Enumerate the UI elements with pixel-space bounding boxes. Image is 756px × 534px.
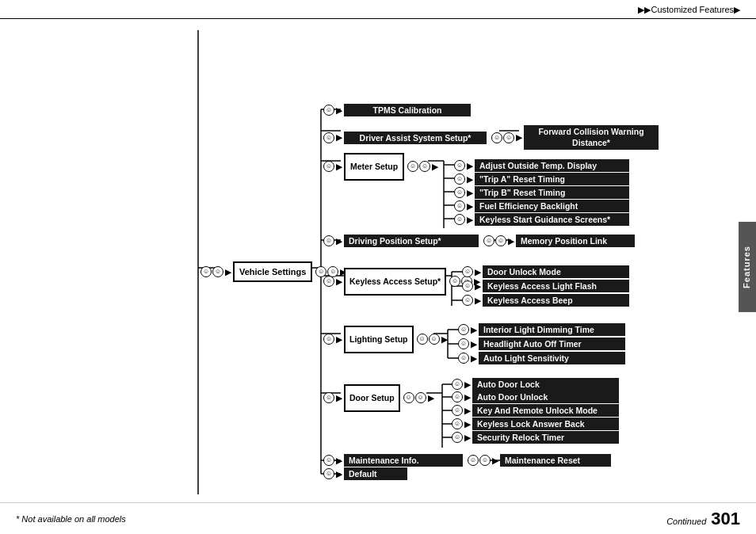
- footer-continued: Continued: [666, 517, 706, 526]
- arrow-icon: ▶: [464, 433, 471, 442]
- features-tab: Features: [739, 222, 756, 312]
- smiley-icon: ☺: [483, 235, 494, 246]
- door-unlock-mode-box: Door Unlock Mode: [483, 265, 629, 278]
- meter-setup-row: ☺ ▶ Meter Setup ☺ ☺ ▶: [323, 153, 438, 181]
- arrow-icon: ▶: [336, 162, 342, 171]
- smiley-icon: ☺: [452, 432, 463, 443]
- arrow-icon: ▶: [492, 456, 498, 465]
- arrow-icon: ▶: [467, 162, 473, 170]
- diagram-area: ☺ ☺ ▶ Vehicle Settings ☺ ☺ ▶ ☺ ▶ TPMS Ca…: [0, 22, 739, 502]
- lighting-child-2: ☺ ▶ Headlight Auto Off Timer: [458, 338, 625, 350]
- arrow-icon: ▶: [516, 133, 522, 142]
- keyless-child-1: ☺ ▶ Door Unlock Mode: [462, 265, 629, 278]
- meter-child-1: ☺ ▶ Adjust Outside Temp. Display: [454, 159, 629, 172]
- header-title: Customized Features: [651, 5, 734, 14]
- smiley-icon: ☺: [323, 468, 334, 479]
- smiley-icon: ☺: [323, 334, 334, 345]
- footer-note: * Not available on all models: [16, 514, 126, 524]
- auto-door-lock-box: Auto Door Lock: [472, 378, 619, 391]
- smiley-icon: ☺: [468, 455, 479, 466]
- door-child-4: ☺ ▶ Keyless Lock Answer Back: [452, 418, 619, 430]
- driving-position-row: ☺ ▶ Driving Position Setup* ☺ ☺ ▶ Memory…: [323, 235, 635, 247]
- lighting-setup-row: ☺ ▶ Lighting Setup ☺ ☺ ▶: [323, 326, 448, 353]
- arrow-icon: ▶: [336, 394, 342, 402]
- arrow-icon: ▶: [336, 456, 342, 465]
- smiley-icon: ☺: [454, 214, 465, 225]
- smiley-icon: ☺: [454, 200, 465, 212]
- smiley-icon: ☺: [503, 132, 514, 143]
- keyless-lock-answer-box: Keyless Lock Answer Back: [472, 418, 619, 430]
- smiley-icon: ☺: [415, 392, 426, 403]
- smiley-icon: ☺: [454, 174, 465, 185]
- keyless-light-flash-box: Keyless Access Light Flash: [483, 280, 629, 292]
- footer-page: 301: [711, 509, 740, 529]
- tpms-row: ☺ ▶ TPMS Calibration: [323, 104, 471, 116]
- smiley-icon: ☺: [323, 105, 334, 116]
- header-arrow-right: ▶: [734, 5, 740, 14]
- maintenance-info-box: Maintenance Info.: [344, 454, 463, 467]
- driving-position-box: Driving Position Setup*: [344, 235, 479, 247]
- smiley-icon: ☺: [454, 160, 465, 171]
- smiley-icon: ☺: [452, 405, 463, 416]
- meter-child-4: ☺ ▶ Fuel Efficiency Backlight: [454, 200, 629, 212]
- lighting-setup-box: Lighting Setup: [344, 326, 414, 353]
- arrow-icon: ▶: [471, 354, 477, 363]
- arrow-icon: ▶: [464, 406, 471, 415]
- auto-light-sensitivity-box: Auto Light Sensitivity: [479, 352, 625, 364]
- smiley-icon: ☺: [419, 161, 430, 172]
- arrow-icon: ▶: [467, 175, 473, 184]
- meter-child-2: ☺ ▶ "Trip A" Reset Timing: [454, 173, 629, 185]
- lighting-child-1: ☺ ▶ Interior Light Dimming Time: [458, 323, 625, 336]
- door-child-1: ☺ ▶ Auto Door Lock: [452, 378, 619, 391]
- footer-right: Continued 301: [666, 509, 740, 529]
- arrow-icon: ▶: [471, 340, 477, 349]
- default-row: ☺ ▶ Default: [323, 467, 407, 480]
- header-arrow-left: ▶▶: [638, 5, 651, 14]
- door-setup-box: Door Setup: [344, 384, 400, 412]
- footer: * Not available on all models Continued …: [0, 502, 756, 534]
- maintenance-reset-box: Maintenance Reset: [500, 454, 611, 467]
- arrow-icon: ▶: [467, 216, 473, 224]
- door-child-5: ☺ ▶ Security Relock Timer: [452, 431, 619, 444]
- arrow-icon: ▶: [475, 282, 481, 291]
- keyless-child-2: ☺ ▶ Keyless Access Light Flash: [462, 280, 629, 292]
- keyless-access-row: ☺ ▶ Keyless Access Setup* ☺ ☺ ▶: [323, 268, 480, 296]
- security-relock-box: Security Relock Timer: [472, 431, 619, 444]
- arrow-icon: ▶: [467, 202, 473, 211]
- tpms-box: TPMS Calibration: [344, 104, 471, 116]
- arrow-icon: ▶: [464, 420, 471, 429]
- arrow-icon: ▶: [441, 335, 448, 344]
- arrow-icon: ▶: [471, 326, 477, 334]
- smiley-icon: ☺: [429, 334, 440, 345]
- arrow-icon: ▶: [432, 162, 438, 171]
- driver-assist-smiley: ☺ ☺: [491, 132, 514, 143]
- smiley-icon: ☺: [452, 391, 463, 402]
- smiley-icon: ☺: [323, 161, 334, 172]
- arrow-icon: ▶: [336, 335, 342, 344]
- smiley-icon: ☺: [449, 276, 460, 287]
- memory-position-box: Memory Position Link: [516, 235, 635, 247]
- smiley-icon: ☺: [200, 266, 212, 277]
- header-text: ▶▶Customized Features▶: [638, 5, 740, 15]
- trip-a-box: "Trip A" Reset Timing: [475, 173, 629, 185]
- keyless-access-box: Keyless Access Setup*: [344, 268, 446, 296]
- arrow-icon: ▶: [336, 277, 342, 286]
- default-box: Default: [344, 467, 407, 480]
- door-smiley: ☺ ☺: [403, 392, 426, 403]
- smiley-icon: ☺: [462, 266, 473, 277]
- smiley-icon: ☺: [212, 266, 223, 277]
- header: ▶▶Customized Features▶: [0, 0, 756, 19]
- interior-dimming-box: Interior Light Dimming Time: [479, 323, 625, 336]
- smiley-icon: ☺: [458, 353, 469, 364]
- driver-assist-row: ☺ ▶ Driver Assist System Setup* ☺ ☺ ▶ Fo…: [323, 125, 659, 150]
- maintenance-smiley: ☺ ☺: [468, 455, 491, 466]
- smiley-icon: ☺: [458, 324, 469, 335]
- diagram: ☺ ☺ ▶ Vehicle Settings ☺ ☺ ▶ ☺ ▶ TPMS Ca…: [0, 22, 739, 502]
- headlight-timer-box: Headlight Auto Off Timer: [479, 338, 625, 350]
- door-child-3: ☺ ▶ Key And Remote Unlock Mode: [452, 404, 619, 417]
- smiley-icon: ☺: [417, 334, 428, 345]
- auto-door-unlock-box: Auto Door Unlock: [472, 391, 619, 403]
- lighting-smiley: ☺ ☺: [417, 334, 440, 345]
- arrow-icon: ▶: [475, 296, 481, 305]
- keyless-guidance-box: Keyless Start Guidance Screens*: [475, 213, 629, 226]
